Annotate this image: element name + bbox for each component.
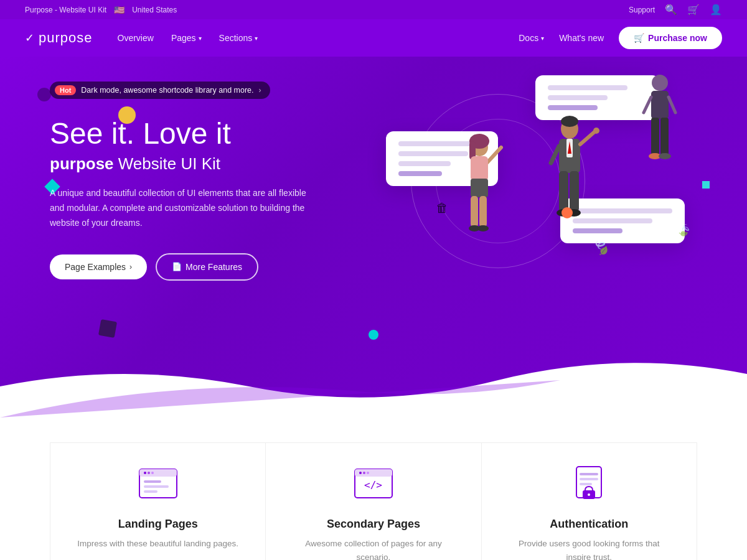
nav-overview[interactable]: Overview [118,33,154,43]
subtitle-rest: Website UI Kit [114,154,220,173]
deco-hex [98,319,117,338]
hero-right: 🍃 🍃 🗑 [374,57,697,318]
nav-links: Overview Pages ▾ Sections ▾ [118,33,258,43]
feature-desc-3: Provide users good looking forms that in… [507,537,672,560]
sections-chevron-icon: ▾ [255,35,258,42]
svg-rect-27 [660,118,669,155]
hero-wave-svg [0,337,747,418]
line-2 [548,95,608,100]
btn2-doc-icon: 📄 [172,262,182,271]
pages-chevron-icon: ▾ [199,35,202,42]
hot-tag: Hot [55,85,76,95]
hero-title: See it. Love it [50,116,374,151]
svg-rect-34 [144,490,157,493]
svg-rect-45 [580,473,598,475]
person-woman [448,129,510,256]
svg-point-11 [561,116,578,127]
person-man [535,110,604,250]
svg-point-41 [359,472,362,474]
svg-rect-6 [471,196,478,227]
secondary-pages-icon: </> [352,462,395,505]
hero-content: Hot Dark mode, awesome shortcode library… [0,57,747,318]
svg-line-24 [644,97,651,113]
line-1 [548,85,627,90]
svg-point-22 [652,75,668,91]
feature-title-2: Secondary Pages [327,518,420,531]
subtitle-bold: purpose [50,154,114,173]
svg-rect-18 [559,171,568,212]
purchase-button[interactable]: 🛒 Purchase now [619,27,722,49]
svg-point-35 [144,472,146,474]
brand-name: Purpose - Website UI Kit [25,6,106,14]
feature-card-auth: Authentication Provide users good lookin… [481,442,697,560]
cart-btn-icon: 🛒 [634,33,644,43]
btn1-arrow-icon: › [129,263,132,271]
hero-buttons: Page Examples › 📄 More Features [50,253,374,281]
teal-dot [369,330,378,340]
svg-line-15 [580,132,594,144]
svg-point-37 [151,472,154,474]
deco-orange-dot [561,207,573,218]
svg-rect-47 [580,483,592,485]
top-bar-left: Purpose - Website UI Kit 🇺🇸 United State… [25,5,177,15]
feature-desc-2: Awesome collection of pages for any scen… [291,537,456,560]
top-bar-right: Support 🔍 🛒 👤 [629,4,722,16]
svg-point-36 [148,472,150,474]
svg-point-29 [659,153,671,159]
svg-point-49 [588,493,590,496]
svg-point-42 [363,472,365,474]
hero-left: Hot Dark mode, awesome shortcode library… [50,57,374,318]
landing-pages-icon [136,462,180,505]
hot-badge[interactable]: Hot Dark mode, awesome shortcode library… [50,82,270,99]
nav-whats-new[interactable]: What's new [559,33,604,43]
hero-description: A unique and beautiful collection of UI … [50,186,311,230]
top-bar: Purpose - Website UI Kit 🇺🇸 United State… [0,0,747,19]
docs-chevron-icon: ▾ [541,35,544,42]
feature-title-3: Authentication [550,518,628,531]
hot-arrow-icon: › [259,86,261,95]
support-link[interactable]: Support [629,6,655,14]
svg-line-17 [551,146,559,163]
svg-point-9 [477,225,489,231]
navbar: ✓ purpose Overview Pages ▾ Sections ▾ Do… [0,19,747,57]
svg-text:</>: </> [364,479,382,491]
logo-text: purpose [39,30,93,46]
feature-card-secondary: </> Secondary Pages Awesome collection o… [265,442,481,560]
svg-rect-23 [651,91,669,119]
deco-trash-icon: 🗑 [436,201,448,215]
nav-pages[interactable]: Pages ▾ [171,33,202,43]
svg-rect-19 [570,171,579,212]
person-standing [635,69,685,184]
svg-rect-33 [144,485,169,488]
search-icon[interactable]: 🔍 [665,4,677,16]
svg-rect-32 [144,480,161,483]
hero-subtitle: purpose Website UI Kit [50,154,374,174]
logo-icon: ✓ [25,31,35,45]
svg-rect-7 [479,196,487,227]
svg-point-16 [593,128,599,134]
logo[interactable]: ✓ purpose [25,30,93,46]
nav-docs[interactable]: Docs ▾ [519,33,544,43]
svg-line-3 [487,147,501,163]
line-6 [398,161,451,166]
feature-title-1: Landing Pages [118,518,198,531]
cart-icon[interactable]: 🛒 [687,4,700,16]
hot-text: Dark mode, awesome shortcode library and… [81,86,253,95]
line-3 [548,105,598,110]
nav-sections[interactable]: Sections ▾ [219,33,258,43]
user-icon[interactable]: 👤 [710,4,722,16]
nav-right: Docs ▾ What's new 🛒 Purchase now [519,27,722,49]
svg-rect-4 [471,156,488,181]
flag-icon: 🇺🇸 [114,5,125,15]
auth-icon [567,462,611,505]
feature-desc-1: Impress with these beautiful landing pag… [77,537,238,551]
features-section: Landing Pages Impress with these beautif… [0,418,747,560]
svg-rect-5 [471,179,488,197]
more-features-button[interactable]: 📄 More Features [156,253,258,281]
country-name: United States [132,6,177,14]
hero-section: Hot Dark mode, awesome shortcode library… [0,57,747,418]
svg-rect-26 [651,118,659,155]
svg-line-25 [669,97,675,113]
feature-card-landing: Landing Pages Impress with these beautif… [50,442,265,560]
page-examples-button[interactable]: Page Examples › [50,254,147,279]
